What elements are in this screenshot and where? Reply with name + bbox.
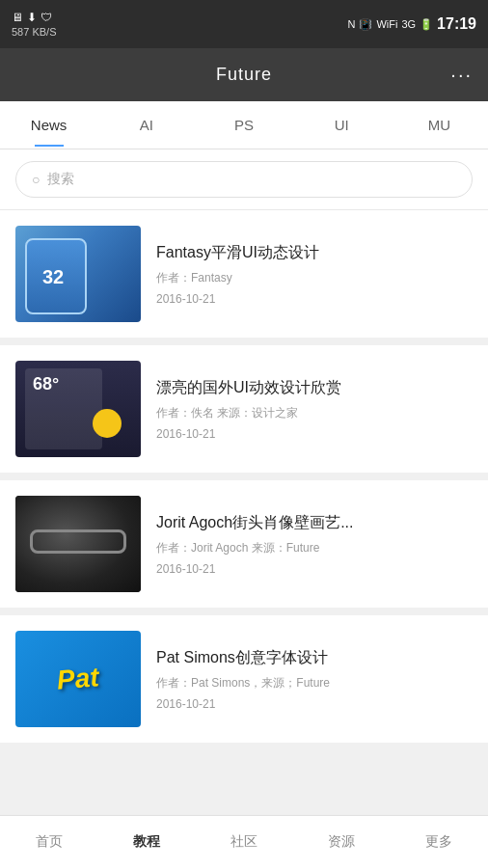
vibrate-icon: 📳 [359, 18, 372, 31]
article-date-1: 2016-10-21 [156, 292, 473, 306]
status-time: 17:19 [437, 15, 476, 33]
article-thumbnail-4: Pat [15, 631, 141, 727]
category-tab-bar: News AI PS UI MU [0, 101, 488, 149]
tab-mu[interactable]: MU [391, 103, 488, 147]
article-author-3: 作者：Jorit Agoch 来源：Future [156, 539, 473, 556]
tab-ai[interactable]: AI [97, 103, 195, 147]
article-content-4: Pat Simons创意字体设计 作者：Pat Simons，来源；Future… [156, 647, 473, 711]
article-thumbnail-2: 68° [15, 361, 141, 457]
article-content-3: Jorit Agoch街头肖像壁画艺... 作者：Jorit Agoch 来源：… [156, 512, 473, 576]
article-title-4: Pat Simons创意字体设计 [156, 647, 473, 668]
bottom-nav-home[interactable]: 首页 [0, 824, 97, 860]
tab-news[interactable]: News [0, 103, 97, 147]
monitor-icon: 🖥 [12, 11, 23, 24]
status-icons-top: 🖥 ⬇ 🛡 [12, 11, 56, 24]
search-placeholder-text: 搜索 [47, 171, 74, 188]
more-button[interactable]: ··· [450, 64, 473, 86]
bottom-nav-community[interactable]: 社区 [195, 824, 292, 860]
article-item[interactable]: Fantasy平滑UI动态设计 作者：Fantasy 2016-10-21 [0, 210, 488, 338]
shield-icon: 🛡 [41, 11, 52, 24]
article-content-1: Fantasy平滑UI动态设计 作者：Fantasy 2016-10-21 [156, 242, 473, 306]
article-thumbnail-3 [15, 496, 141, 592]
articles-list: Fantasy平滑UI动态设计 作者：Fantasy 2016-10-21 68… [0, 210, 488, 815]
article-author-4: 作者：Pat Simons，来源；Future [156, 674, 473, 692]
search-bar: ○ 搜索 [0, 149, 488, 210]
header: Future ··· [0, 48, 488, 101]
article-thumbnail-1 [15, 226, 141, 322]
nfc-icon: N [347, 18, 355, 30]
article-item[interactable]: 68° 漂亮的国外UI动效设计欣赏 作者：佚名 来源：设计之家 2016-10-… [0, 345, 488, 473]
bottom-nav-tutorial[interactable]: 教程 [97, 824, 195, 860]
search-input[interactable]: ○ 搜索 [15, 161, 473, 198]
article-author-2: 作者：佚名 来源：设计之家 [156, 404, 473, 421]
tab-ui[interactable]: UI [293, 103, 391, 147]
signal-icon: 3G [401, 18, 416, 30]
bottom-nav: 首页 教程 社区 资源 更多 [0, 815, 488, 868]
app-title: Future [216, 65, 272, 85]
status-bar: 🖥 ⬇ 🛡 587 KB/S N 📳 WiFi 3G 🔋 17:19 [0, 0, 488, 48]
bottom-nav-resources[interactable]: 资源 [293, 824, 391, 860]
battery-icon: 🔋 [420, 18, 433, 31]
wifi-speed: 587 KB/S [12, 26, 56, 38]
article-date-2: 2016-10-21 [156, 427, 473, 441]
article-title-1: Fantasy平滑UI动态设计 [156, 242, 473, 263]
article-item[interactable]: Jorit Agoch街头肖像壁画艺... 作者：Jorit Agoch 来源：… [0, 480, 488, 608]
article-author-1: 作者：Fantasy [156, 269, 473, 286]
article-date-3: 2016-10-21 [156, 562, 473, 576]
article-item[interactable]: Pat Pat Simons创意字体设计 作者：Pat Simons，来源；Fu… [0, 615, 488, 743]
status-right: N 📳 WiFi 3G 🔋 17:19 [347, 15, 476, 33]
wifi-icon: WiFi [376, 18, 397, 30]
article-title-2: 漂亮的国外UI动效设计欣赏 [156, 377, 473, 398]
download-icon: ⬇ [27, 11, 37, 24]
article-date-4: 2016-10-21 [156, 697, 473, 711]
article-content-2: 漂亮的国外UI动效设计欣赏 作者：佚名 来源：设计之家 2016-10-21 [156, 377, 473, 441]
thumb-2-inner: 68° [25, 368, 102, 449]
bottom-nav-more[interactable]: 更多 [391, 824, 488, 860]
search-icon: ○ [32, 172, 40, 187]
tab-ps[interactable]: PS [195, 103, 292, 147]
status-left: 🖥 ⬇ 🛡 587 KB/S [12, 11, 56, 38]
article-title-3: Jorit Agoch街头肖像壁画艺... [156, 512, 473, 533]
